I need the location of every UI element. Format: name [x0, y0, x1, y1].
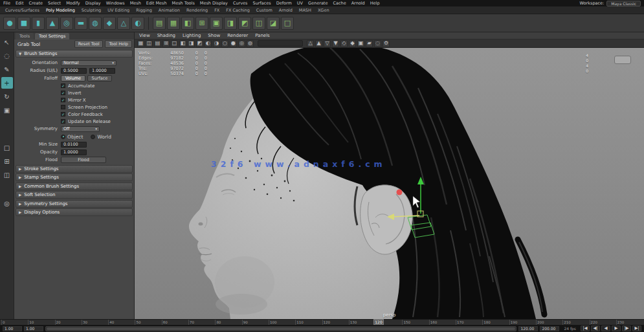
layout-four-pane-button[interactable]: ⊞ [1, 155, 13, 167]
flood-button[interactable]: Flood [61, 157, 106, 163]
layout-outliner-pane-button[interactable]: ◫ [1, 169, 13, 181]
menu-item[interactable]: Select [48, 1, 61, 6]
shelf-separate-icon[interactable]: □ [281, 17, 294, 30]
shelf-tab[interactable]: Custom [256, 8, 272, 13]
shelf-tab[interactable]: FX Caching [226, 8, 250, 13]
viewport-toolbar-icon[interactable]: ◎ [238, 40, 245, 47]
viewport-overlay-button[interactable] [614, 56, 631, 64]
viewport-toolbar-icon[interactable]: ◑ [213, 40, 220, 47]
viewport-toolbar-icon[interactable]: ◨ [188, 40, 195, 47]
menu-item[interactable]: Windows [106, 1, 125, 6]
shelf-crease-icon[interactable]: ◪ [267, 17, 280, 30]
viewport-menu-item[interactable]: Panels [255, 33, 270, 38]
checkbox[interactable] [61, 105, 65, 109]
viewport-toolbar-icon[interactable]: ◇ [340, 40, 348, 47]
viewport-toolbar-icon[interactable]: ⊞ [162, 40, 170, 47]
select-tool[interactable]: ↖ [1, 36, 13, 48]
menu-item[interactable]: Modify [66, 1, 80, 6]
menu-item[interactable]: File [3, 1, 10, 6]
play-backwards-button[interactable]: ◀ [601, 326, 610, 331]
shelf-tab[interactable]: Curves/Surfaces [5, 8, 39, 13]
viewport-toolbar-icon[interactable]: △ [307, 40, 314, 47]
current-frame-marker[interactable]: 120 [373, 319, 384, 325]
reset-tool-button[interactable]: Reset Tool [74, 40, 104, 48]
viewport-toolbar-icon[interactable]: ◆ [349, 40, 356, 47]
shelf-sphere-icon[interactable]: ● [3, 17, 16, 30]
go-to-range-start-button[interactable]: |◀ [581, 326, 590, 331]
menu-item[interactable]: Generate [308, 1, 328, 6]
viewport-toolbar-icon[interactable]: ⚙ [383, 40, 390, 47]
step-back-frame-button[interactable]: ◀| [591, 326, 600, 331]
viewport-toolbar-icon[interactable]: ▤ [154, 40, 161, 47]
viewport-canvas[interactable]: Verts: 48650 0 0 Edges: 97182 0 0 Faces:… [135, 48, 644, 319]
shelf-plane-icon[interactable]: ▬ [74, 17, 87, 30]
shelf-tab[interactable]: Poly Modeling [46, 8, 75, 13]
shelf-multicut-icon[interactable]: ▦ [167, 17, 180, 30]
shelf-torus-icon[interactable]: ◎ [60, 17, 73, 30]
viewport-toolbar-icon[interactable]: ◌ [374, 40, 381, 47]
shelf-tab[interactable]: Rigging [136, 8, 152, 13]
shelf-quad-draw-icon[interactable]: ▣ [210, 17, 223, 30]
checkbox[interactable]: ✓ [61, 83, 65, 88]
collapsed-section-header[interactable]: ▶ Display Options [16, 208, 133, 216]
shelf-mirror-icon[interactable]: ◫ [252, 17, 265, 30]
shelf-tab[interactable]: Animation [159, 8, 180, 13]
shelf-pipe-icon[interactable]: ◐ [131, 17, 144, 30]
menu-item[interactable]: Arnold [351, 1, 365, 6]
viewport-toolbar-icon[interactable]: ▣ [357, 40, 364, 47]
panel-tab[interactable]: Tool Settings [35, 33, 69, 39]
menu-item[interactable]: Edit Mesh [146, 1, 167, 6]
viewport-toolbar-icon[interactable]: ● [230, 40, 237, 47]
shelf-smooth-icon[interactable]: ◩ [238, 17, 251, 30]
viewport-toolbar-icon[interactable]: ▼ [332, 40, 339, 47]
falloff-option-button[interactable]: Surface [87, 75, 112, 82]
viewport-menu-item[interactable]: Renderer [227, 33, 248, 38]
menu-item[interactable]: Curves [233, 1, 248, 6]
tool-help-button[interactable]: Tool Help [105, 40, 132, 48]
collapsed-section-header[interactable]: ▶ Stamp Settings [16, 173, 133, 181]
viewport-toolbar-icon[interactable]: ○ [221, 40, 228, 47]
shelf-platonic-icon[interactable]: ◆ [103, 17, 116, 30]
radio-option[interactable]: Object [61, 134, 83, 140]
layout-single-pane-button[interactable]: □ [1, 142, 13, 153]
range-slider[interactable] [45, 326, 516, 331]
animation-end-field[interactable]: 200.00 [540, 326, 559, 331]
shelf-tab[interactable]: FX [214, 8, 219, 13]
shelf-disc-icon[interactable]: ◍ [89, 17, 102, 30]
collapsed-section-header[interactable]: ▶ Soft Selection [16, 191, 133, 199]
radius-l-field[interactable]: 1.0000 [89, 68, 115, 74]
falloff-option-button[interactable]: Volume [61, 75, 85, 82]
shelf-bevel-icon[interactable]: ◧ [181, 17, 194, 30]
step-forward-frame-button[interactable]: |▶ [622, 326, 631, 331]
shelf-tab[interactable]: Rendering [186, 8, 208, 13]
viewport-menu-item[interactable]: Show [208, 33, 220, 38]
viewport-toolbar-icon[interactable]: ◐ [205, 40, 212, 47]
shelf-target-weld-icon[interactable]: ◨ [224, 17, 237, 30]
paint-select-tool[interactable]: ✎ [1, 63, 13, 75]
shelf-tab[interactable]: Sculpting [82, 8, 101, 13]
animation-start-field[interactable]: 1.00 [3, 326, 22, 331]
checkbox[interactable]: ✓ [61, 112, 65, 116]
menu-item[interactable]: Mesh Tools [172, 1, 195, 6]
shelf-pyramid-icon[interactable]: △ [117, 17, 130, 30]
shelf-cube-icon[interactable]: ■ [17, 17, 30, 30]
symmetry-dropdown[interactable]: Off ▾ [61, 126, 100, 132]
scale-tool[interactable]: ▣ [1, 104, 13, 116]
opacity-field[interactable]: 1.0000 [61, 149, 87, 155]
viewport-menu-item[interactable]: Shading [157, 33, 175, 38]
shelf-tab[interactable]: Arnold [279, 8, 293, 13]
lasso-select-tool[interactable]: ◌ [1, 50, 13, 61]
shelf-cylinder-icon[interactable]: ▮ [32, 17, 45, 30]
viewport-toolbar-icon[interactable]: ▰ [366, 40, 373, 47]
viewport-toolbar-field[interactable] [258, 40, 303, 47]
shelf-bridge-icon[interactable]: ⊞ [195, 17, 208, 30]
orientation-dropdown[interactable]: Normal ▾ [61, 60, 117, 66]
playback-start-field[interactable]: 1.00 [24, 326, 43, 331]
brush-settings-section-header[interactable]: ▼ Brush Settings [16, 50, 133, 58]
playback-end-field[interactable]: 120.00 [518, 326, 538, 331]
workspace-selector[interactable]: Maya Classic [606, 1, 641, 6]
collapsed-section-header[interactable]: ▶ Stroke Settings [16, 165, 133, 173]
checkbox[interactable]: ✓ [61, 91, 65, 95]
menu-item[interactable]: Mesh Display [200, 1, 228, 6]
play-forwards-button[interactable]: ▶ [612, 326, 621, 331]
